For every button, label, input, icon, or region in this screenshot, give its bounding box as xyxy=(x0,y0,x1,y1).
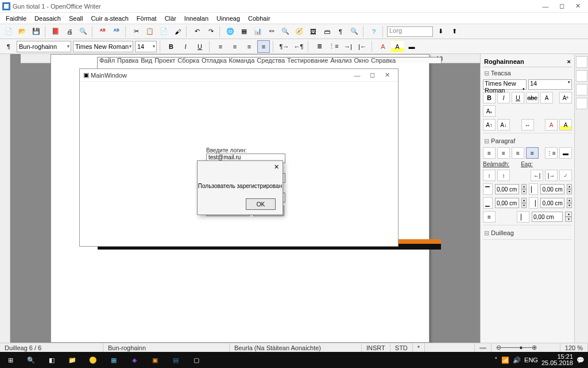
status-sel[interactable]: * xyxy=(413,343,425,352)
zoom-slider[interactable]: ⊖────●──⊕ xyxy=(492,343,560,352)
style-combo[interactable]: Bun-roghainn xyxy=(17,41,71,52)
align-right-icon[interactable]: ≡ xyxy=(243,40,256,53)
tab-navigator-icon[interactable] xyxy=(576,98,587,109)
rtl-icon[interactable]: ←¶ xyxy=(292,40,305,53)
search-icon-tb[interactable]: 🔍 xyxy=(21,352,41,368)
para-center-icon[interactable]: ≡ xyxy=(497,147,510,159)
italic-icon[interactable]: I xyxy=(179,40,192,53)
space-inc-icon[interactable]: ↕ xyxy=(483,170,496,181)
align-left-icon[interactable]: ≡ xyxy=(214,40,227,53)
right-indent-icon[interactable]: ▕ xyxy=(529,197,539,209)
indent-inc-icon2[interactable]: |→ xyxy=(545,170,558,181)
side-shrink-icon[interactable]: A↓ xyxy=(497,119,510,131)
search-up-icon[interactable]: ⬆ xyxy=(448,25,461,38)
writer-taskbar-icon[interactable]: ▤ xyxy=(165,352,186,368)
search-input[interactable]: Lorg xyxy=(387,26,433,37)
side-strike-icon[interactable]: abc xyxy=(526,92,539,103)
autocheck-icon[interactable]: ᴬᴮ xyxy=(110,25,123,38)
side-size-combo[interactable]: 14 xyxy=(528,79,572,90)
menu-edit[interactable]: Deasaich xyxy=(31,14,64,23)
preview-icon[interactable]: 🔍 xyxy=(77,25,90,38)
table-icon[interactable]: ▦ xyxy=(238,25,250,38)
hyperlink-icon[interactable]: 🌐 xyxy=(224,25,237,38)
side-bold-icon[interactable]: B xyxy=(483,92,496,103)
mw-minimize-button[interactable]: — xyxy=(350,72,365,79)
right-indent-spin[interactable]: 0,00 cm xyxy=(540,198,564,208)
bold-icon[interactable]: B xyxy=(165,40,177,53)
font-combo[interactable]: Times New Roman xyxy=(73,41,133,52)
tray-lang[interactable]: ENG xyxy=(524,356,538,363)
explorer-icon[interactable]: 📁 xyxy=(62,352,83,368)
section-text[interactable]: Teacsa xyxy=(483,68,572,78)
open-icon[interactable]: 📂 xyxy=(16,25,29,38)
app1-icon[interactable]: ▦ xyxy=(103,352,124,368)
status-viewmode[interactable]: ▫▫▫ xyxy=(475,343,492,352)
menu-insert[interactable]: Cuir a-steach xyxy=(87,14,131,23)
menu-format[interactable]: Fòrmat xyxy=(133,14,160,23)
space-dec-icon[interactable]: ↕ xyxy=(497,170,510,181)
para-left-icon[interactable]: ≡ xyxy=(483,147,496,159)
cut-icon[interactable]: ✂ xyxy=(130,25,142,38)
side-highlight-icon[interactable]: A xyxy=(559,119,572,131)
align-center-icon[interactable]: ≡ xyxy=(229,40,241,53)
align-justify-icon[interactable]: ≡ xyxy=(257,40,270,53)
para-justify-icon[interactable]: ≡ xyxy=(526,147,539,159)
tab-gallery-icon[interactable] xyxy=(576,84,587,95)
left-indent-icon[interactable]: ▏ xyxy=(529,183,539,195)
status-lang[interactable]: Beurla (Na Stàitean Aonaichte) xyxy=(230,343,362,352)
mw-close-button[interactable]: ✕ xyxy=(380,71,394,79)
side-sub-icon[interactable]: Aₐ xyxy=(483,105,496,117)
firstline-icon[interactable]: ▏ xyxy=(517,211,529,223)
help-icon[interactable]: ? xyxy=(368,25,380,38)
side-spacing-icon[interactable]: ↔ xyxy=(521,119,534,131)
menu-window[interactable]: Uinneag xyxy=(213,14,243,23)
maximize-button[interactable]: ◻ xyxy=(554,1,570,12)
left-indent-spin[interactable]: 0,00 cm xyxy=(540,184,564,194)
side-font-combo[interactable]: Times New Roman xyxy=(483,79,527,90)
format-paint-icon[interactable]: 🖌 xyxy=(171,25,184,38)
indent-inc-icon[interactable]: →| xyxy=(342,40,354,53)
tab-styles-icon[interactable] xyxy=(576,70,587,82)
size-combo[interactable]: 14 xyxy=(135,41,157,52)
find-icon[interactable]: 🔍 xyxy=(279,25,292,38)
menu-view[interactable]: Seall xyxy=(65,14,86,23)
paste-icon[interactable]: 📄 xyxy=(157,25,170,38)
para-right-icon[interactable]: ≡ xyxy=(512,147,524,159)
bullets-icon[interactable]: ⋮≡ xyxy=(327,40,340,53)
status-std[interactable]: STD xyxy=(390,343,413,352)
side-underline-icon[interactable]: U xyxy=(512,92,524,103)
side-fontcolor-icon[interactable]: A xyxy=(545,119,558,131)
navigator-icon[interactable]: 🧭 xyxy=(293,25,305,38)
para-bullets-icon[interactable]: ⋮≡ xyxy=(545,147,558,159)
highlight-icon[interactable]: A xyxy=(391,40,404,53)
indent-dec-icon2[interactable]: ←| xyxy=(531,170,543,181)
copy-icon[interactable]: 📋 xyxy=(144,25,156,38)
msgbox-close-icon[interactable]: ✕ xyxy=(274,163,279,171)
mw-maximize-button[interactable]: ◻ xyxy=(365,71,380,79)
menu-table[interactable]: Clàr xyxy=(161,14,180,23)
side-italic-icon[interactable]: I xyxy=(497,92,510,103)
show-draw-icon[interactable]: ✏ xyxy=(265,25,278,38)
tab-properties-icon[interactable] xyxy=(576,56,587,68)
linespace-icon[interactable]: ≡ xyxy=(483,211,496,223)
bg-color-icon[interactable]: ▬ xyxy=(405,40,418,53)
font-color-icon[interactable]: A xyxy=(377,40,389,53)
print-icon[interactable]: 🖨 xyxy=(63,25,76,38)
status-zoom[interactable]: 120 % xyxy=(560,343,588,352)
datasource-icon[interactable]: 🗃 xyxy=(320,25,333,38)
hanging-icon[interactable]: ✓ xyxy=(559,170,572,181)
below-space-icon[interactable]: ▁ xyxy=(483,197,493,209)
above-space-icon[interactable]: ▔ xyxy=(483,183,493,195)
minimize-button[interactable]: — xyxy=(537,1,554,12)
menu-file[interactable]: Faidhle xyxy=(2,14,30,23)
above-space-spin[interactable]: 0,00 cm xyxy=(495,184,519,194)
zoom-icon[interactable]: 🔍 xyxy=(348,25,361,38)
section-paragraph[interactable]: Paragraf xyxy=(483,136,572,146)
save-icon[interactable]: 💾 xyxy=(30,25,42,38)
styles-icon[interactable]: ¶ xyxy=(2,40,15,53)
chart-icon[interactable]: 📊 xyxy=(252,25,264,38)
vs-icon[interactable]: ◈ xyxy=(124,352,145,368)
status-insert[interactable]: INSRT xyxy=(362,343,390,352)
numbering-icon[interactable]: ≣ xyxy=(313,40,326,53)
redo-icon[interactable]: ↷ xyxy=(204,25,217,38)
